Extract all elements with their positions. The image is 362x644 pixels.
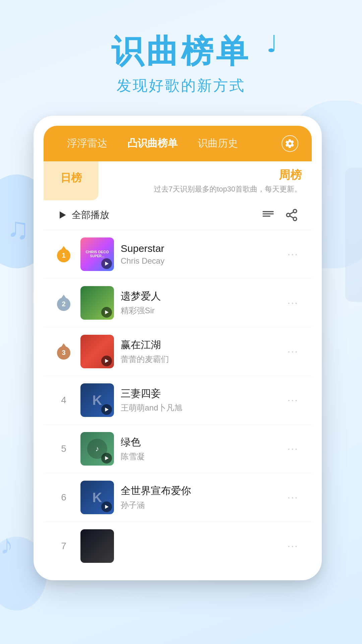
rank-6: 6 xyxy=(54,492,74,503)
song-title-4: 三妻四妾 xyxy=(121,387,277,400)
song-artist-2: 精彩强Sir xyxy=(121,305,277,316)
settings-button[interactable] xyxy=(282,135,298,152)
song-item-4[interactable]: 4 K 三妻四妾 王萌萌and卜凡旭 ··· xyxy=(44,376,312,425)
song-more-1[interactable]: ··· xyxy=(284,245,302,264)
rank-2: 2 xyxy=(54,293,74,313)
bronze-medal: 3 xyxy=(57,346,70,360)
song-item-2[interactable]: 2 遗梦爱人 精彩强Sir ··· xyxy=(44,279,312,327)
weekly-title: 周榜 xyxy=(279,167,302,183)
deco-notes-left: ♫ xyxy=(7,211,29,246)
song-item-6[interactable]: 6 K 全世界宣布爱你 孙子涵 ··· xyxy=(44,473,312,522)
list-icon[interactable] xyxy=(261,208,275,222)
app-topnav: 浮浮雷达 凸识曲榜单 识曲历史 xyxy=(44,126,312,161)
header-section: 识曲榜单 ♩ 发现好歌的新方式 xyxy=(0,0,362,116)
song-more-5[interactable]: ··· xyxy=(284,439,302,458)
song-title-3: 赢在江湖 xyxy=(121,338,277,352)
song-info-6: 全世界宣布爱你 孙子涵 xyxy=(121,484,277,511)
song-artist-6: 孙子涵 xyxy=(121,500,277,511)
bg-right-hint xyxy=(345,168,362,302)
song-more-3[interactable]: ··· xyxy=(284,342,302,361)
rank-4: 4 xyxy=(54,395,74,406)
thumb-play-1 xyxy=(101,258,112,269)
control-icons xyxy=(261,208,298,222)
song-more-2[interactable]: ··· xyxy=(284,293,302,312)
k-letter-6: K xyxy=(93,490,102,505)
deco-notes-bottom: ♪ xyxy=(0,529,13,560)
song-artist-5: 陈雪凝 xyxy=(121,451,277,462)
song-title-1: Superstar xyxy=(121,243,277,254)
song-info-5: 绿色 陈雪凝 xyxy=(121,435,277,462)
song-thumb-1: CHRIS DECO SUPER... xyxy=(80,237,114,271)
song-thumb-7 xyxy=(80,529,114,563)
subtabs: 日榜 周榜 过去7天识别最多的top30首歌曲，每天更新。 xyxy=(44,161,312,200)
song-artist-3: 蕾蕾的麦霸们 xyxy=(121,354,277,365)
song-thumb-5: ♪ xyxy=(80,432,114,466)
song-info-3: 赢在江湖 蕾蕾的麦霸们 xyxy=(121,338,277,365)
song-info-7 xyxy=(121,535,277,557)
gold-medal: 1 xyxy=(57,249,70,262)
thumb-play-4 xyxy=(101,404,112,415)
song-artist-4: 王萌萌and卜凡旭 xyxy=(121,402,277,413)
song-thumb-4: K xyxy=(80,383,114,417)
song-info-4: 三妻四妾 王萌萌and卜凡旭 xyxy=(121,387,277,413)
song-more-6[interactable]: ··· xyxy=(284,488,302,507)
song-artist-7 xyxy=(121,548,277,557)
phone-mockup: 浮浮雷达 凸识曲榜单 识曲历史 日榜 周榜 过去7天识别最多的top30首歌曲，… xyxy=(34,116,322,580)
song-artist-1: Chris Decay xyxy=(121,256,277,266)
main-title: 识曲榜单 xyxy=(111,34,251,69)
play-triangle-icon xyxy=(57,210,68,220)
play-all-button[interactable]: 全部播放 xyxy=(57,209,109,221)
play-all-label: 全部播放 xyxy=(72,209,109,221)
weekly-desc: 过去7天识别最多的top30首歌曲，每天更新。 xyxy=(154,184,302,194)
song-title-2: 遗梦爱人 xyxy=(121,289,277,303)
thumb-play-6 xyxy=(101,501,112,512)
rank-5: 5 xyxy=(54,443,74,454)
nav-item-history[interactable]: 识曲历史 xyxy=(188,137,248,150)
phone-frame: 浮浮雷达 凸识曲榜单 识曲历史 日榜 周榜 过去7天识别最多的top30首歌曲，… xyxy=(34,116,322,580)
song-title-6: 全世界宣布爱你 xyxy=(121,484,277,498)
song-list: 1 CHRIS DECO SUPER... xyxy=(44,230,312,570)
song-title-7 xyxy=(121,535,277,546)
phone-inner: 浮浮雷达 凸识曲榜单 识曲历史 日榜 周榜 过去7天识别最多的top30首歌曲，… xyxy=(44,126,312,570)
song-item-5[interactable]: 5 ♪ 绿色 陈雪凝 xyxy=(44,425,312,473)
k-letter-4: K xyxy=(93,392,102,408)
song-title-5: 绿色 xyxy=(121,435,277,449)
song-more-7[interactable]: ··· xyxy=(284,536,302,555)
song-more-4[interactable]: ··· xyxy=(284,390,302,410)
song-thumb-6: K xyxy=(80,481,114,514)
tab-weekly[interactable]: 周榜 过去7天识别最多的top30首歌曲，每天更新。 xyxy=(99,161,312,200)
silver-medal: 2 xyxy=(57,298,70,311)
play-controls: 全部播放 xyxy=(44,200,312,230)
nav-item-chart[interactable]: 凸识曲榜单 xyxy=(117,137,188,150)
song-info-1: Superstar Chris Decay xyxy=(121,243,277,266)
share-icon[interactable] xyxy=(285,208,298,222)
song-item-3[interactable]: 3 赢在江湖 蕾蕾的麦霸们 ··· xyxy=(44,327,312,376)
song-item-7[interactable]: 7 ··· xyxy=(44,522,312,570)
song-thumb-3 xyxy=(80,335,114,368)
settings-icon xyxy=(285,139,295,148)
rank-1: 1 xyxy=(54,244,74,264)
sub-title: 发现好歌的新方式 xyxy=(0,76,362,96)
thumb-play-5 xyxy=(101,453,112,464)
rank-3: 3 xyxy=(54,341,74,362)
tab-daily[interactable]: 日榜 xyxy=(44,161,99,200)
thumb-play-3 xyxy=(101,356,112,366)
music-note-icon: ♩ xyxy=(266,30,278,58)
song-item-1[interactable]: 1 CHRIS DECO SUPER... xyxy=(44,230,312,279)
song-thumb-2 xyxy=(80,286,114,320)
nav-item-radar[interactable]: 浮浮雷达 xyxy=(57,137,117,150)
rank-7: 7 xyxy=(54,541,74,551)
song-info-2: 遗梦爱人 精彩强Sir xyxy=(121,289,277,316)
thumb-play-2 xyxy=(101,307,112,318)
